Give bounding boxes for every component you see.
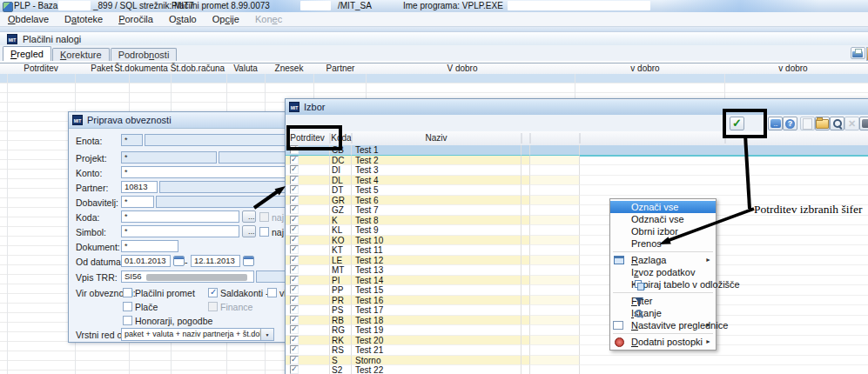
placilni-promet-checkbox[interactable] [123,288,132,297]
menu-item[interactable]: Opcije [205,12,247,26]
list-item[interactable]: LE Test 12 [286,256,868,266]
context-menu-item[interactable]: Obrni izbor [610,225,716,237]
list-item[interactable]: RG Test 19 [286,325,868,336]
koda-field[interactable]: * [121,210,239,223]
list-item[interactable]: S Storno [286,356,868,366]
toolbar-button[interactable] [844,117,859,130]
row-checkbox[interactable] [290,296,299,304]
row-checkbox[interactable] [290,265,299,274]
tab[interactable]: Korekture [52,48,110,61]
selected-row[interactable] [0,74,868,83]
row-checkbox[interactable] [290,256,299,264]
column-header[interactable]: V dobro [447,63,477,74]
menu-item[interactable]: Ostalo [161,12,205,26]
column-header[interactable]: Naziv [425,133,447,143]
row-checkbox[interactable] [290,316,299,324]
row-checkbox[interactable] [290,156,299,164]
calendar-icon[interactable] [173,256,185,266]
context-menu-item[interactable]: Razlaga [610,254,716,266]
honorarji-checkbox[interactable] [123,316,132,325]
column-header[interactable]: v dobro [778,63,807,74]
column-header[interactable]: v dobro [630,63,659,74]
dokument-field[interactable]: * [121,240,178,252]
context-menu-item[interactable]: Kopiraj tabelo v odložišče [610,278,716,291]
row-checkbox[interactable] [290,345,299,354]
menu-item[interactable]: Obdelave [0,12,57,26]
finance-checkbox[interactable] [208,302,218,311]
toolbar-button[interactable] [768,117,783,130]
list-item[interactable]: RS Test 21 [286,345,868,356]
place-checkbox[interactable] [123,302,132,311]
koda-browse-button[interactable]: ... [242,210,256,223]
toolbar-button[interactable] [783,117,797,130]
list-item[interactable]: DT Test 5 [286,185,868,196]
tab[interactable]: Pregled [3,46,51,62]
partner-field[interactable]: 10813 [121,181,158,193]
row-checkbox[interactable] [290,205,299,214]
row-checkbox[interactable] [290,236,299,244]
date-from-field[interactable]: 01.01.2013 [121,255,171,267]
simbol-najne-checkbox[interactable] [259,227,269,237]
row-checkbox[interactable] [290,185,299,194]
toolbar-button[interactable] [859,117,868,130]
row-checkbox[interactable] [290,305,299,314]
context-menu-item[interactable]: Nastavitve preglednice [610,319,716,331]
list-item[interactable]: DL Test 4 [286,176,868,186]
koda-najne-checkbox[interactable] [259,212,269,222]
list-item[interactable]: PR Test 16 [286,296,868,306]
list-item[interactable]: PS Test 17 [286,305,868,316]
column-header[interactable]: Št.dokumenta [114,63,168,74]
dobavitelj-field[interactable]: * [121,196,154,208]
vkljuc-checkbox[interactable] [267,288,277,297]
chevron-down-icon[interactable] [260,329,273,340]
column-header[interactable]: Znesek [275,63,304,74]
context-menu-item[interactable]: Označi vse [610,201,716,213]
list-item[interactable]: DI Test 3 [286,165,868,176]
list-item[interactable]: K Test 8 [286,216,868,226]
list-item[interactable]: KL Test 9 [286,225,868,236]
date-to-field[interactable]: 12.11.2013 [191,255,240,267]
context-menu-item[interactable]: Prenos [610,237,716,250]
partner-name-field[interactable] [159,181,291,193]
context-menu-item[interactable]: Odznači vse [610,213,716,225]
column-header[interactable]: Valuta [233,63,258,74]
row-checkbox[interactable] [290,325,299,334]
row-checkbox[interactable] [290,285,299,294]
list-item[interactable]: KO Test 10 [286,236,868,246]
simbol-browse-button[interactable]: ... [242,225,256,237]
list-item[interactable]: MT Test 13 [286,265,868,276]
row-checkbox[interactable] [290,216,299,224]
tab[interactable]: Podrobnosti [111,48,178,61]
toolbar-button[interactable] [815,117,830,130]
context-menu-item[interactable]: Iskanje [610,307,716,319]
toolbar-button[interactable] [830,117,844,130]
enota-name-field[interactable] [145,134,291,146]
list-item[interactable]: KT Test 11 [286,245,868,256]
list-item[interactable]: RK Test 20 [286,336,868,346]
sort-order-dropdown[interactable]: paket + valuta + naziv partnerja + št.do… [121,328,274,341]
calendar-icon[interactable] [243,256,254,266]
trr-field[interactable]: SI56 [121,270,254,283]
row-checkbox[interactable] [290,176,299,184]
simbol-field[interactable]: * [121,225,239,237]
dobavitelj-name-field[interactable] [156,196,291,208]
context-menu-item[interactable]: Dodatni postopki [610,336,716,348]
column-header[interactable]: Potrditev [24,63,57,74]
dialog-titlebar[interactable]: MIT Priprava obveznosti [69,112,293,129]
list-item[interactable]: PP Test 15 [286,285,868,296]
row-checkbox[interactable] [290,225,299,234]
column-header[interactable]: Partner [326,63,355,74]
context-menu-item[interactable]: Filter [610,295,716,307]
projekt-name-field[interactable] [219,151,291,164]
row-checkbox[interactable] [290,365,299,374]
row-checkbox[interactable] [290,356,299,364]
konto-field[interactable]: * [121,166,291,178]
column-header[interactable]: Št.dob.računa [171,63,225,74]
toolbar-button[interactable] [800,117,815,130]
row-checkbox[interactable] [290,336,299,344]
menu-item[interactable]: Datoteke [57,12,111,26]
row-checkbox[interactable] [290,165,299,174]
context-menu-item[interactable]: Izvoz podatkov [610,266,716,278]
izbor-titlebar[interactable]: MIT Izbor [286,100,868,116]
list-item[interactable]: CB Test 1 [286,145,868,156]
